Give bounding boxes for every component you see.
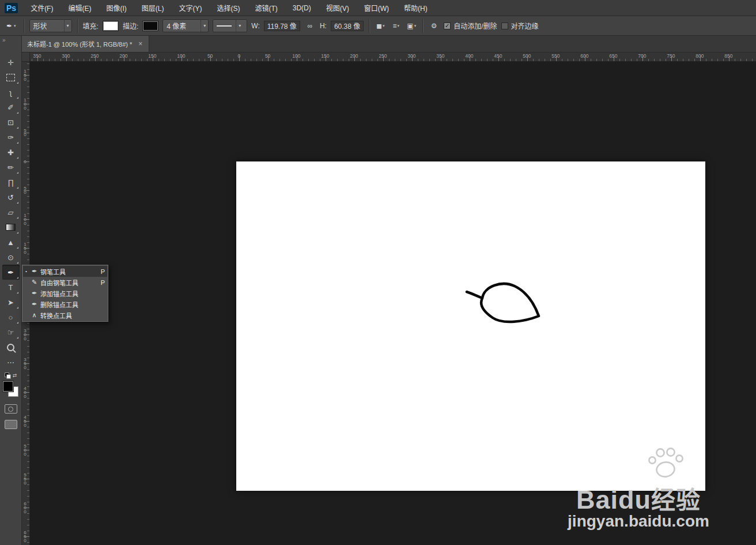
dodge-tool[interactable]: ⊙ xyxy=(2,250,20,265)
menu-item-window[interactable]: 窗口(W) xyxy=(357,0,396,16)
h-ruler-label: 350 xyxy=(436,53,444,59)
watermark: Baidu经验 jingyan.baidu.com xyxy=(542,446,735,544)
chevron-down-icon: ▾ xyxy=(398,24,400,28)
menu-item-file[interactable]: 文件(F) xyxy=(23,0,61,16)
menu-item-view[interactable]: 视图(V) xyxy=(319,0,357,16)
eyedropper-tool-icon: ✑ xyxy=(7,133,14,142)
screen-mode-button[interactable] xyxy=(5,420,17,429)
brush-tool[interactable]: ✏ xyxy=(2,160,20,175)
separator xyxy=(369,19,369,33)
stroke-width-select[interactable]: 4 像素 ▾ xyxy=(162,20,209,32)
swap-colors-icon[interactable]: ⇄ xyxy=(13,373,17,378)
crop-tool[interactable]: ⊡ xyxy=(2,115,20,130)
default-colors-icon[interactable] xyxy=(5,373,11,379)
stroke-swatch[interactable] xyxy=(142,21,158,31)
flyout-item-shortcut: P xyxy=(99,279,105,286)
canvas-viewport[interactable]: Baidu经验 jingyan.baidu.com xyxy=(30,62,756,545)
link-dimensions-icon[interactable]: ∞ xyxy=(304,20,316,32)
document-tab-bar: 未标题-1 @ 100% (形状 1, RGB/8#) * × xyxy=(22,36,756,52)
pen-tool[interactable]: ✒ xyxy=(2,265,20,280)
lasso-tool[interactable]: ʅ xyxy=(2,85,20,100)
fill-swatch[interactable] xyxy=(103,21,119,31)
ellipse-tool[interactable]: ○ xyxy=(2,310,20,325)
zoom-tool[interactable] xyxy=(2,340,20,355)
auto-add-delete-checkbox[interactable]: ✓ xyxy=(444,22,451,29)
spot-healing-brush-tool[interactable]: ✚ xyxy=(2,145,20,160)
path-selection-tool[interactable]: ➤ xyxy=(2,295,20,310)
flyout-item-convert-point-tool[interactable]: ∧转换点工具 xyxy=(23,310,107,321)
move-tool-icon: ✛ xyxy=(7,58,14,67)
h-ruler-label: 200 xyxy=(119,53,127,59)
blur-tool[interactable]: ▲ xyxy=(2,235,20,250)
flyout-item-pen-tool[interactable]: ▪✒钢笔工具P xyxy=(23,266,107,277)
path-operations-button[interactable]: ◼ ▾ xyxy=(375,20,386,32)
h-ruler-label: 450 xyxy=(494,53,502,59)
separator xyxy=(77,19,78,33)
align-edges-option[interactable]: 对齐边缘 xyxy=(501,21,539,31)
move-tool[interactable]: ✛ xyxy=(2,55,20,70)
stroke-type-select[interactable]: ▾ xyxy=(213,20,247,32)
path-selection-tool-icon: ➤ xyxy=(7,298,14,307)
zoom-tool-icon xyxy=(7,344,14,351)
watermark-url: jingyan.baidu.com xyxy=(542,512,735,531)
align-icon: ≡ xyxy=(392,22,396,30)
flyout-item-shortcut: P xyxy=(99,268,105,275)
horizontal-ruler[interactable]: 3503002502001501005005010015020025030035… xyxy=(22,52,756,62)
width-input[interactable]: 119.78 像 xyxy=(264,21,300,31)
menu-item-type[interactable]: 文字(Y) xyxy=(171,0,209,16)
tool-preset-button[interactable]: ✒ ▾ xyxy=(4,21,18,31)
h-ruler-label: 800 xyxy=(695,53,704,59)
eraser-tool[interactable]: ▱ xyxy=(2,205,20,220)
hand-tool[interactable]: ☞ xyxy=(2,325,20,340)
flyout-item-label: 自由钢笔工具 xyxy=(40,278,97,287)
foreground-swatch[interactable] xyxy=(3,381,13,392)
stroke-width-value: 4 像素 xyxy=(167,21,196,31)
h-ruler-label: 700 xyxy=(638,53,646,59)
shape-layer xyxy=(236,161,705,491)
menu-item-help[interactable]: 帮助(H) xyxy=(396,0,435,16)
v-ruler-label: 100 xyxy=(22,213,28,225)
document-canvas[interactable] xyxy=(236,161,705,491)
path-alignment-button[interactable]: ≡ ▾ xyxy=(390,20,402,32)
gear-icon[interactable]: ⚙ xyxy=(428,20,440,32)
menu-item-3d[interactable]: 3D(D) xyxy=(285,0,319,16)
menu-item-select[interactable]: 选择(S) xyxy=(209,0,247,16)
flyout-item-label: 添加锚点工具 xyxy=(40,289,97,298)
h-ruler-label: 300 xyxy=(407,53,415,59)
gradient-tool[interactable] xyxy=(2,220,20,235)
document-tab[interactable]: 未标题-1 @ 100% (形状 1, RGB/8#) * × xyxy=(22,36,149,52)
flyout-item-add-anchor-point-tool[interactable]: ✒添加锚点工具 xyxy=(23,288,107,299)
menu-item-filter[interactable]: 滤镜(T) xyxy=(247,0,285,16)
delete-anchor-point-tool-icon: ✒ xyxy=(31,300,38,308)
h-ruler-label: 150 xyxy=(148,53,156,59)
close-icon[interactable]: × xyxy=(137,40,143,48)
quick-selection-tool[interactable]: ✐ xyxy=(2,100,20,115)
h-ruler-label: 250 xyxy=(90,53,99,59)
path-arrange-button[interactable]: ▣ ▾ xyxy=(406,20,417,32)
v-ruler-label: 600 xyxy=(22,501,28,513)
edit-toolbar[interactable]: ⋯ xyxy=(2,355,20,370)
auto-add-delete-option[interactable]: ✓ 自动添加/删除 xyxy=(444,21,497,31)
eyedropper-tool[interactable]: ✑ xyxy=(2,130,20,145)
selected-mark: ▪ xyxy=(24,269,28,273)
rectangular-marquee-tool[interactable] xyxy=(2,70,20,85)
tool-list: ✛ʅ✐⊡✑✚✏∏↺▱▲⊙✒T➤○☞⋯ xyxy=(2,55,20,370)
color-controls: ⇄ xyxy=(5,371,17,379)
menu-item-layer[interactable]: 图层(L) xyxy=(134,0,172,16)
flyout-item-delete-anchor-point-tool[interactable]: ✒删除锚点工具 xyxy=(23,299,107,310)
horizontal-type-tool[interactable]: T xyxy=(2,280,20,295)
menu-item-image[interactable]: 图像(I) xyxy=(99,0,134,16)
height-input[interactable]: 60.38 像 xyxy=(331,21,364,31)
tool-mode-select[interactable]: 形状 ▾ xyxy=(29,20,72,32)
align-edges-checkbox[interactable] xyxy=(501,22,508,29)
add-anchor-point-tool-icon: ✒ xyxy=(31,290,38,297)
flyout-item-freeform-pen-tool[interactable]: ✎自由钢笔工具P xyxy=(23,277,107,288)
history-brush-tool[interactable]: ↺ xyxy=(2,190,20,205)
h-ruler-label: 300 xyxy=(62,53,70,59)
tools-panel-collapse[interactable]: » xyxy=(0,36,21,55)
chevron-down-icon: ▾ xyxy=(64,20,71,32)
menu-item-edit[interactable]: 编辑(E) xyxy=(61,0,99,16)
clone-stamp-tool[interactable]: ∏ xyxy=(2,175,20,190)
width-label: W: xyxy=(251,22,259,30)
quick-mask-button[interactable] xyxy=(5,404,17,414)
